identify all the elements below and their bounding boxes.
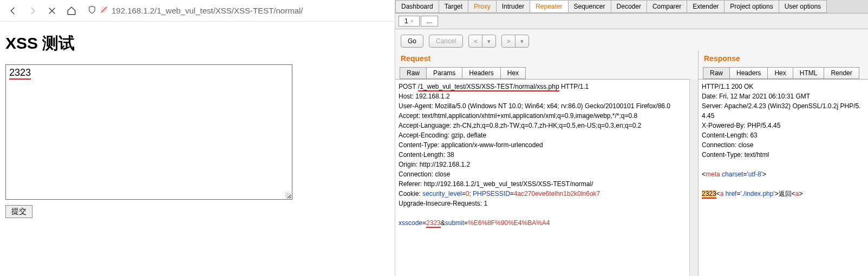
repeater-sub-tabs: 1× ... [395, 14, 868, 29]
tab-extender[interactable]: Extender [687, 0, 725, 13]
url-bar[interactable]: 192.168.1.2/1_web_vul_test/XSS/XSS-TEST/… [83, 5, 389, 16]
request-raw-body[interactable]: POST /1_web_vul_test/XSS/XSS-TEST/normal… [395, 79, 689, 276]
history-forward-group: > ▾ [501, 35, 529, 48]
tab-repeater[interactable]: Repeater [530, 0, 568, 13]
tab-dashboard[interactable]: Dashboard [395, 0, 439, 13]
stop-button[interactable] [44, 3, 60, 18]
url-text: 192.168.1.2/1_web_vul_test/XSS/XSS-TEST/… [112, 6, 303, 15]
tab-comparer[interactable]: Comparer [647, 0, 687, 13]
history-back-dropdown[interactable]: ▾ [482, 35, 496, 48]
response-tab-hex[interactable]: Hex [767, 67, 793, 79]
response-panel: Response Raw Headers Hex HTML Render HTT… [699, 51, 868, 276]
tab-user-options[interactable]: User options [779, 0, 827, 13]
browser-toolbar: 192.168.1.2/1_web_vul_test/XSS/XSS-TEST/… [0, 0, 395, 22]
request-response-panels: Request Raw Params Headers Hex POST /1_w… [395, 51, 868, 276]
response-tab-headers[interactable]: Headers [729, 67, 768, 79]
xss-textarea[interactable]: 2323 [5, 64, 292, 200]
request-scrollbar[interactable] [689, 79, 698, 276]
response-tab-html[interactable]: HTML [793, 67, 825, 79]
insecure-icon [100, 5, 108, 16]
close-icon[interactable]: × [410, 18, 414, 24]
page-content: XSS 测试 2323 提交 [0, 22, 395, 229]
request-tab-raw[interactable]: Raw [400, 67, 427, 79]
back-button[interactable] [5, 3, 21, 18]
history-forward-dropdown[interactable]: ▾ [515, 35, 529, 48]
response-tab-raw[interactable]: Raw [703, 67, 730, 79]
request-tab-params[interactable]: Params [426, 67, 462, 79]
tab-sequencer[interactable]: Sequencer [568, 0, 611, 13]
cancel-button[interactable]: Cancel [429, 35, 463, 48]
burp-top-tabs: Dashboard Target Proxy Intruder Repeater… [395, 0, 868, 14]
repeater-action-bar: Go Cancel < ▾ > ▾ [395, 29, 868, 51]
tab-intruder[interactable]: Intruder [496, 0, 530, 13]
browser-pane: 192.168.1.2/1_web_vul_test/XSS/XSS-TEST/… [0, 0, 395, 276]
response-raw-body[interactable]: HTTP/1.1 200 OK Date: Fri, 12 Mar 2021 0… [699, 79, 868, 276]
response-view-tabs: Raw Headers Hex HTML Render [699, 67, 868, 79]
forward-button[interactable] [25, 3, 40, 18]
go-button[interactable]: Go [401, 35, 423, 48]
submit-button[interactable]: 提交 [5, 205, 32, 218]
response-tab-render[interactable]: Render [824, 67, 859, 79]
request-view-tabs: Raw Params Headers Hex [395, 67, 698, 79]
resize-grip-icon[interactable] [285, 193, 291, 198]
page-title: XSS 测试 [5, 32, 389, 55]
request-path-annotated: /1_web_vul_test/XSS/XSS-TEST/normal/xss.… [418, 83, 559, 90]
shield-icon [88, 5, 96, 16]
response-echo-annotated: 2323 [702, 190, 716, 198]
home-button[interactable] [64, 3, 79, 18]
repeater-tab-1[interactable]: 1× [399, 16, 420, 27]
tab-target[interactable]: Target [439, 0, 468, 13]
tab-project-options[interactable]: Project options [724, 0, 779, 13]
burp-pane: Dashboard Target Proxy Intruder Repeater… [395, 0, 868, 276]
request-tab-hex[interactable]: Hex [500, 67, 526, 79]
response-title: Response [699, 51, 868, 67]
repeater-tab-more[interactable]: ... [421, 16, 438, 27]
history-back-group: < ▾ [468, 35, 496, 48]
textarea-value: 2323 [9, 67, 31, 80]
tab-proxy[interactable]: Proxy [468, 0, 497, 13]
tab-decoder[interactable]: Decoder [611, 0, 647, 13]
xsscode-value-annotated: 2323 [426, 219, 441, 227]
request-panel: Request Raw Params Headers Hex POST /1_w… [395, 51, 699, 276]
request-title: Request [395, 51, 698, 67]
history-forward-button[interactable]: > [501, 35, 515, 48]
request-tab-headers[interactable]: Headers [462, 67, 500, 79]
history-back-button[interactable]: < [468, 35, 482, 48]
